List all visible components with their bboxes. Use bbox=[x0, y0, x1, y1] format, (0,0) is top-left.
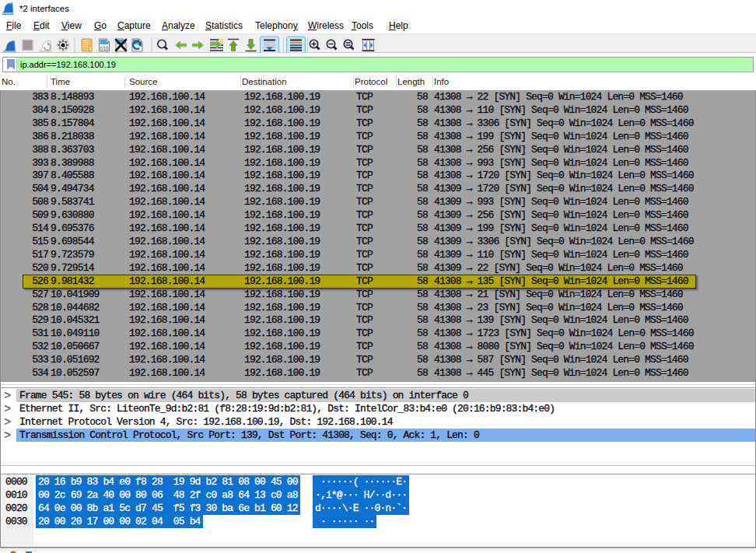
svg-text:010: 010 bbox=[100, 46, 109, 51]
